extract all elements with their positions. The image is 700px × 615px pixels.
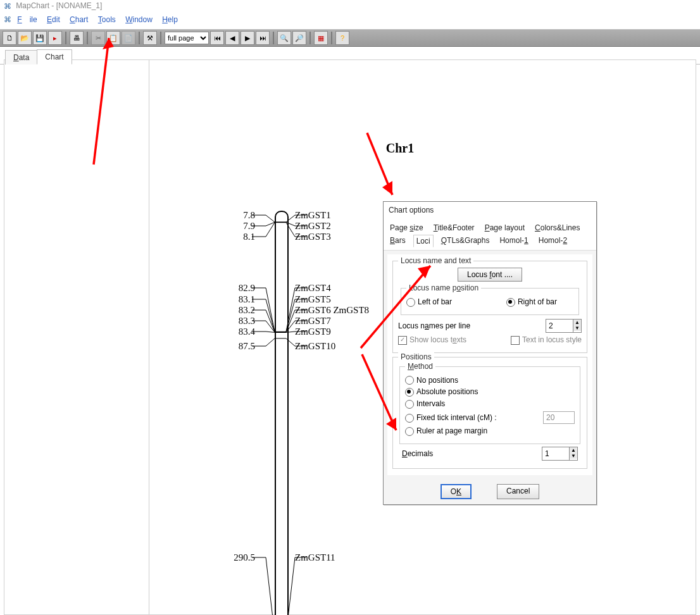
app-icon: ⌘ xyxy=(4,2,11,11)
window-titlebar: ⌘ MapChart - [NONAME_1] xyxy=(0,0,700,14)
spin-up-icon[interactable]: ▲ xyxy=(573,320,581,325)
locus-name: ZmGST10 xyxy=(295,341,335,352)
decimals-spinner[interactable]: ▲▼ xyxy=(542,447,578,461)
prev-page-icon[interactable]: ◀ xyxy=(225,31,239,45)
new-file-icon[interactable]: 🗋 xyxy=(3,31,16,45)
group-legend: Positions xyxy=(398,352,434,361)
ruler-area xyxy=(4,60,149,614)
locus-position: 83.3 xyxy=(217,316,255,326)
tab-page-layout[interactable]: Page layout xyxy=(482,222,527,233)
names-per-line-spinner[interactable]: ▲▼ xyxy=(546,319,582,333)
last-page-icon[interactable]: ⏭ xyxy=(256,31,270,45)
first-page-icon[interactable]: ⏮ xyxy=(210,31,224,45)
check-text-in-locus-style: Text in locus style xyxy=(511,335,582,345)
open-file-icon[interactable]: 📂 xyxy=(18,31,32,45)
locus-name: ZmGST6 ZmGST8 xyxy=(295,305,369,316)
separator xyxy=(160,32,161,44)
group-legend: Locus name and text xyxy=(398,256,473,265)
names-per-line-input[interactable] xyxy=(546,320,573,332)
settings-icon[interactable]: ⚒ xyxy=(143,31,157,45)
tab-bars[interactable]: Bars xyxy=(387,235,408,247)
spin-up-icon[interactable]: ▲ xyxy=(570,447,577,453)
radio-right-of-bar[interactable]: Right of bar xyxy=(506,297,557,307)
locus-position: 7.9 xyxy=(217,221,255,232)
locus-position: 83.1 xyxy=(217,294,255,305)
zoom-in-icon[interactable]: 🔎 xyxy=(292,31,306,45)
tab-page-size[interactable]: Page size xyxy=(387,222,426,233)
svg-line-41 xyxy=(266,339,275,346)
svg-line-46 xyxy=(266,557,275,615)
separator xyxy=(273,32,274,44)
radio-fixed-tick[interactable]: Fixed tick interval (cM) : xyxy=(405,413,497,423)
chart-options-dialog: Chart options Page size Title&Footer Pag… xyxy=(383,201,597,505)
radio-absolute-positions[interactable]: Absolute positions xyxy=(405,387,478,397)
print-icon[interactable]: 🖶 xyxy=(70,31,84,45)
tab-homol2[interactable]: Homol-2 xyxy=(536,235,570,247)
radio-no-positions[interactable]: No positions xyxy=(405,376,458,385)
svg-line-31 xyxy=(266,321,275,332)
decimals-label: Decimals xyxy=(402,449,433,458)
svg-line-26 xyxy=(266,310,275,332)
locus-name: ZmGST3 xyxy=(295,232,331,242)
tab-title-footer[interactable]: Title&Footer xyxy=(431,222,477,233)
radio-left-of-bar[interactable]: Left of bar xyxy=(406,297,452,307)
cancel-button[interactable]: Cancel xyxy=(497,484,539,499)
next-page-icon[interactable]: ▶ xyxy=(241,31,254,45)
menu-window[interactable]: Window xyxy=(125,15,153,24)
tab-homol1[interactable]: Homol-1 xyxy=(497,235,530,247)
cut-icon[interactable]: ✂ xyxy=(91,31,105,45)
save-file-icon[interactable]: 💾 xyxy=(33,31,47,45)
group-method: Method No positions Absolute positions I… xyxy=(399,366,580,444)
svg-line-1 xyxy=(266,215,275,222)
copy-icon[interactable]: 📋 xyxy=(106,31,120,45)
menu-bar: ⌘ File Edit Chart Tools Window Help xyxy=(0,14,700,29)
menu-tools[interactable]: Tools xyxy=(98,15,116,24)
decimals-input[interactable] xyxy=(542,447,569,460)
locus-position: 7.8 xyxy=(217,210,255,221)
radio-intervals[interactable]: Intervals xyxy=(405,399,445,409)
svg-line-36 xyxy=(266,332,275,332)
group-positions: Positions Method No positions Absolute p… xyxy=(392,357,587,469)
menu-edit[interactable]: Edit xyxy=(47,15,60,24)
group-locus-name-text: Locus name and text Locus font .... Locu… xyxy=(392,261,587,353)
dialog-body: Locus name and text Locus font .... Locu… xyxy=(387,254,592,475)
help-icon[interactable]: ? xyxy=(335,31,349,45)
separator xyxy=(139,32,140,44)
export-icon[interactable]: ▸ xyxy=(48,31,62,45)
names-per-line-label: Locus names per line xyxy=(398,321,470,330)
dialog-tabs-row2: Bars Loci QTLs&Graphs Homol-1 Homol-2 xyxy=(384,233,596,251)
paste-icon[interactable]: 📄 xyxy=(122,31,135,45)
radio-ruler-at-margin[interactable]: Ruler at page margin xyxy=(405,426,487,436)
locus-name: ZmGST2 xyxy=(295,221,331,232)
separator xyxy=(309,32,311,44)
zoom-out-icon[interactable]: 🔍 xyxy=(277,31,291,45)
locus-position: 83.2 xyxy=(217,305,255,316)
toolbar: 🗋 📂 💾 ▸ 🖶 ✂ 📋 📄 ⚒ full page ⏮ ◀ ▶ ⏭ 🔍 🔎 … xyxy=(0,29,700,47)
locus-position: 83.4 xyxy=(217,326,255,337)
svg-line-16 xyxy=(266,288,275,332)
tab-chart[interactable]: Chart xyxy=(37,49,72,65)
zoom-select[interactable]: full page xyxy=(165,32,209,44)
chromosome-title: Chr1 xyxy=(386,141,414,156)
chromosome-bar xyxy=(275,211,289,615)
spin-down-icon[interactable]: ▼ xyxy=(570,453,577,459)
tab-colors-lines[interactable]: Colors&Lines xyxy=(532,222,582,233)
dialog-title: Chart options xyxy=(384,202,596,218)
locus-name: ZmGST5 xyxy=(295,294,331,305)
menu-chart[interactable]: Chart xyxy=(70,15,88,24)
menu-file[interactable]: File xyxy=(17,15,37,24)
fixed-tick-value xyxy=(543,411,575,424)
tab-loci[interactable]: Loci xyxy=(413,235,434,247)
menu-help[interactable]: Help xyxy=(162,15,178,24)
ok-button[interactable]: OK xyxy=(441,484,472,499)
group-legend: Locus name position xyxy=(406,283,481,292)
svg-line-21 xyxy=(266,299,275,332)
locus-font-button[interactable]: Locus font .... xyxy=(458,268,522,282)
locus-name: ZmGST1 xyxy=(295,210,331,221)
group-locus-name-position: Locus name position Left of bar Right of… xyxy=(401,288,579,315)
tab-qtls[interactable]: QTLs&Graphs xyxy=(439,235,492,247)
grid-icon[interactable]: ▦ xyxy=(314,31,328,45)
spin-down-icon[interactable]: ▼ xyxy=(573,325,581,331)
tab-data[interactable]: Data xyxy=(5,50,37,65)
svg-line-6 xyxy=(266,222,275,226)
